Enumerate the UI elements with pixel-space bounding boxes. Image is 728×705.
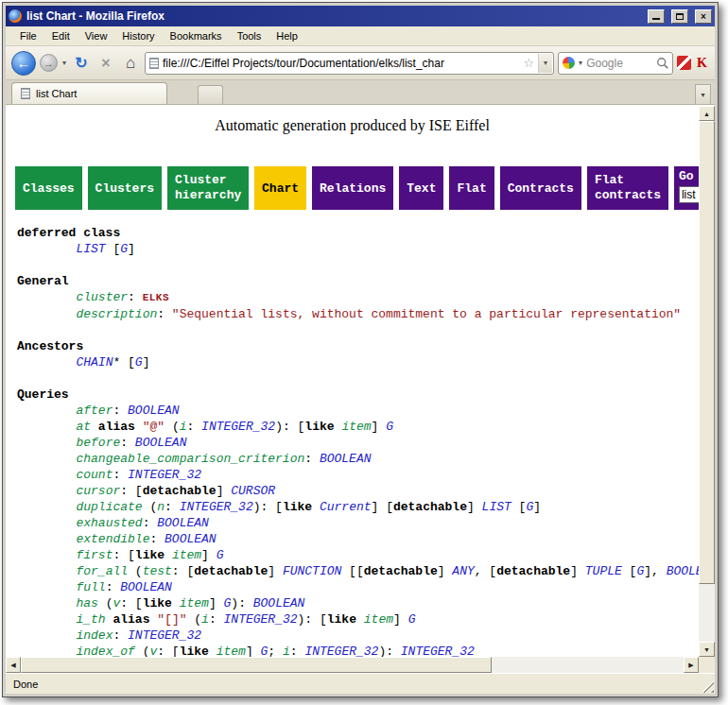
home-button[interactable]: ⌂ — [120, 52, 141, 75]
nav-button-text[interactable]: Text — [399, 166, 443, 210]
refresh-button[interactable]: ↻ — [71, 52, 92, 75]
class-link[interactable]: CHAIN — [76, 355, 113, 370]
url-text[interactable]: file:///C:/Eiffel Projects/tour/Document… — [163, 57, 519, 70]
menu-tools[interactable]: Tools — [231, 28, 269, 43]
nav-button-clusters[interactable]: Clusters — [88, 166, 162, 210]
search-input[interactable] — [586, 57, 653, 70]
close-button[interactable]: × — [695, 9, 712, 24]
code-segment: index_of — [76, 645, 134, 657]
horizontal-scroll-thumb[interactable] — [21, 657, 492, 673]
class-link[interactable]: INTEGER_32 — [180, 500, 253, 514]
history-dropdown-button[interactable]: ▾ — [61, 59, 67, 67]
code-segment — [17, 452, 76, 466]
forward-button[interactable]: → — [40, 54, 58, 72]
minimize-button[interactable] — [648, 9, 665, 24]
search-magnifier-icon[interactable] — [656, 57, 669, 70]
google-logo-icon — [563, 57, 575, 69]
class-link[interactable]: G — [135, 355, 143, 370]
bookmark-star-icon[interactable]: ☆ — [523, 56, 534, 70]
code-segment: ELKS — [143, 292, 169, 303]
tab-strip-button[interactable] — [198, 85, 223, 104]
menu-view[interactable]: View — [78, 28, 114, 43]
nav-button-classes[interactable]: Classes — [15, 166, 82, 210]
class-link[interactable]: INTEGER_32 — [128, 628, 201, 643]
search-box[interactable]: ▾ — [558, 52, 673, 75]
code-line: i_th alias "[]" (i: INTEGER_32): [like i… — [17, 611, 699, 628]
class-link[interactable]: BOOLEAN — [165, 532, 217, 546]
class-link[interactable]: G — [408, 612, 416, 627]
class-link[interactable]: BOOLEAN — [135, 436, 187, 450]
scroll-left-button[interactable]: ◀ — [6, 657, 21, 673]
class-link[interactable]: INTEGER_32 — [224, 612, 298, 627]
url-dropdown-button[interactable]: ▾ — [538, 54, 552, 73]
class-link[interactable]: FUNCTION — [283, 564, 341, 578]
window-title: list Chart - Mozilla Firefox — [26, 9, 641, 23]
nav-button-chart[interactable]: Chart — [254, 166, 306, 210]
goto-input[interactable] — [679, 186, 699, 203]
nav-button-contracts[interactable]: Contracts — [500, 166, 581, 210]
class-link[interactable]: Current — [320, 500, 372, 514]
class-link[interactable]: BOOLEAN — [128, 404, 180, 418]
tab-list-chart[interactable]: list Chart — [11, 82, 167, 104]
class-link[interactable]: LIST — [76, 242, 105, 256]
menu-help[interactable]: Help — [269, 28, 304, 43]
horizontal-scrollbar[interactable]: ◀ ▶ — [6, 657, 699, 673]
class-link[interactable]: INTEGER_32 — [401, 645, 475, 657]
class-link[interactable]: G — [386, 420, 393, 434]
code-segment: ( — [98, 596, 113, 610]
class-link[interactable]: CURSOR — [231, 484, 275, 498]
code-segment: item — [341, 420, 371, 434]
menu-bookmarks[interactable]: Bookmarks — [164, 28, 229, 43]
class-link[interactable]: G — [217, 548, 224, 562]
code-line: cursor: [detachable] CURSOR — [17, 483, 699, 499]
class-link[interactable]: INTEGER_32 — [304, 645, 378, 657]
code-segment: like — [135, 548, 165, 562]
code-segment: ] — [438, 564, 453, 578]
title-bar[interactable]: list Chart - Mozilla Firefox × — [6, 6, 715, 26]
code-segment: "[]" — [157, 612, 186, 627]
code-line: duplicate (n: INTEGER_32): [like Current… — [17, 499, 699, 515]
class-link[interactable]: ANY — [452, 564, 474, 578]
code-segment: cursor — [76, 484, 120, 498]
stop-button[interactable]: × — [95, 52, 116, 75]
menu-edit[interactable]: Edit — [45, 28, 77, 43]
menu-history[interactable]: History — [115, 28, 161, 43]
code-segment: : — [165, 500, 180, 514]
scroll-right-button[interactable]: ▶ — [684, 657, 699, 673]
vertical-scrollbar[interactable]: ▲ ▼ — [699, 106, 715, 657]
resize-grip[interactable] — [702, 680, 714, 693]
code-line: after: BOOLEAN — [17, 403, 699, 419]
nav-button-cluster-hierarchy[interactable]: Cluster hierarchy — [167, 166, 249, 210]
code-segment: [ — [511, 500, 527, 514]
scroll-down-button[interactable]: ▼ — [699, 642, 715, 657]
code-segment — [165, 548, 172, 562]
scroll-up-button[interactable]: ▲ — [699, 106, 715, 121]
class-link[interactable]: LIST — [482, 500, 511, 514]
nav-button-flat-contracts[interactable]: Flat contracts — [587, 166, 668, 210]
all-tabs-dropdown-button[interactable]: ▾ — [695, 84, 711, 104]
class-link[interactable]: G — [120, 242, 128, 256]
vertical-scroll-thumb[interactable] — [699, 121, 715, 584]
kaspersky-k-icon[interactable]: K — [695, 56, 709, 71]
code-line: Ancestors — [17, 338, 699, 354]
class-link[interactable]: INTEGER_32 — [128, 468, 201, 482]
class-link[interactable]: BOOLEAN — [320, 452, 372, 466]
nav-button-relations[interactable]: Relations — [312, 166, 393, 210]
search-engine-dropdown[interactable]: ▾ — [578, 59, 583, 67]
class-link[interactable]: BOOLEAN — [157, 516, 209, 530]
maximize-button[interactable] — [671, 9, 688, 24]
class-link[interactable]: INTEGER_32 — [201, 420, 275, 434]
code-segment: detachable — [393, 500, 467, 514]
url-bar[interactable]: file:///C:/Eiffel Projects/tour/Document… — [145, 52, 554, 75]
class-link[interactable]: BOOLEAN — [120, 580, 172, 594]
kaspersky-flag-icon[interactable] — [677, 56, 691, 70]
class-link[interactable]: TUPLE — [585, 564, 622, 578]
menu-file[interactable]: File — [13, 28, 43, 43]
code-segment: like — [304, 420, 334, 434]
code-segment: ( — [165, 420, 180, 434]
content-viewport: Automatic generation produced by ISE Eif… — [6, 105, 715, 673]
nav-button-flat[interactable]: Flat — [449, 166, 494, 210]
class-link[interactable]: BOOLEAN — [253, 596, 305, 610]
class-link[interactable]: BOOLEAN — [667, 564, 699, 578]
back-button[interactable]: ← — [11, 51, 36, 76]
